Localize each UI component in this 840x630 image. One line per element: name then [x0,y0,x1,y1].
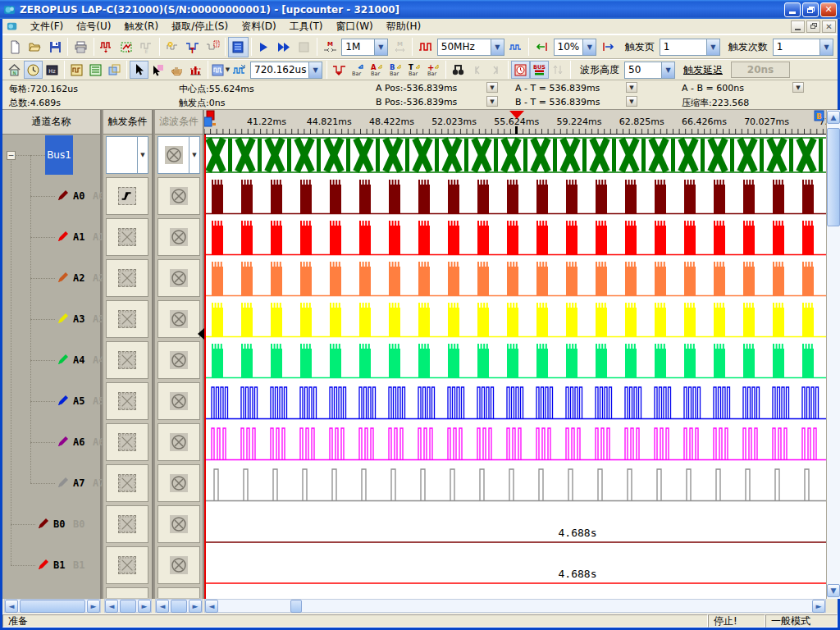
filter-cell-A1[interactable] [158,218,200,256]
bus1-selected[interactable]: Bus1 [45,135,73,175]
a-pos-dropdown[interactable]: ▼ [486,82,498,93]
filter-hscroll[interactable]: ◄ ► [155,599,203,613]
trigger-hscroll[interactable]: ◄ ► [104,599,152,613]
cursor-select-button[interactable] [148,61,167,79]
sampling-setup-button[interactable] [97,37,116,57]
bar-goto-button[interactable]: Bar [349,61,368,79]
trigger-count-select[interactable]: 1▼ [773,39,833,56]
sampling-clock-button[interactable] [24,61,43,79]
filter-cell-A3[interactable] [158,300,200,338]
open-file-button[interactable] [25,37,44,57]
trigger-cell-B0[interactable] [106,505,148,543]
waveform-canvas[interactable]: 4.688s4.688s [204,135,826,599]
find-button[interactable] [449,61,468,79]
bar-a-button[interactable]: ABar [368,61,386,79]
waveform-view-button[interactable] [67,61,86,79]
waveform-hscroll[interactable]: ◄ ► [204,599,826,613]
restore-button[interactable] [802,2,819,17]
external-clock-button[interactable] [506,37,526,57]
trigger-cell-A0[interactable] [106,177,148,215]
name-scroll-left-button[interactable]: ◄ [5,600,18,613]
menu-item-0[interactable]: 文件(F) [24,18,70,35]
trigger-position-select[interactable]: 10%▼ [554,39,597,56]
trigger-cell-A1[interactable] [106,218,148,256]
navigator-button[interactable] [105,61,124,79]
menu-item-4[interactable]: 资料(D) [235,18,283,35]
scroll-up-button[interactable]: ▲ [827,111,840,124]
trigger-scroll-left-button[interactable]: ◄ [105,600,118,613]
mdi-restore-button[interactable] [806,21,820,33]
bus-display-button[interactable]: BUS [530,61,549,79]
trigger-cell-B1[interactable] [106,546,148,584]
filter-cell-A4[interactable] [158,341,200,379]
bus1-trigger-combo[interactable]: ▼ [106,136,148,174]
menu-item-7[interactable]: 帮助(H) [380,18,427,35]
chevron-down-icon[interactable]: ▼ [706,39,719,55]
filter-cell-A0[interactable] [158,177,200,215]
menu-item-6[interactable]: 窗口(W) [329,18,379,35]
wave-mode-dropdown[interactable]: ▼ [211,61,230,79]
filter-cell-B1[interactable] [158,546,200,584]
save-file-button[interactable] [45,37,65,57]
filter-scroll-left-button[interactable]: ◄ [156,600,169,613]
trigger-scroll-right-button[interactable]: ► [138,600,151,613]
chevron-down-icon[interactable]: ▼ [661,62,674,78]
hand-tool-button[interactable] [167,61,186,79]
filter-cell-A6[interactable] [158,423,200,461]
trigger-cell-A3[interactable] [106,300,148,338]
channel-row-A5[interactable]: A5A5 [2,381,102,422]
vscroll-thumb[interactable] [827,128,840,226]
channel-row-Bus1[interactable]: −Bus1 [2,135,102,176]
name-scroll-right-button[interactable]: ► [87,600,100,613]
chevron-down-icon[interactable]: ▼ [308,62,322,78]
filter-cell-A5[interactable] [158,382,200,420]
channel-row-A3[interactable]: A3A3 [2,299,102,340]
sampling-view-button[interactable] [116,37,136,57]
trigger-width-button[interactable]: T [203,37,222,57]
menu-item-3[interactable]: 摄取/停止(S) [165,18,235,35]
channel-row-B0[interactable]: B0B0 [2,504,102,545]
menu-item-1[interactable]: 信号(U) [70,18,117,35]
channel-row-A1[interactable]: A1A1 [2,217,102,258]
run-single-button[interactable] [254,37,274,57]
chevron-down-icon[interactable]: ▼ [491,39,504,55]
waveform-vertical-scrollbar[interactable]: ▲ ▼ [826,110,840,599]
close-button[interactable]: ✕ [820,2,837,17]
wave-scroll-right-button[interactable]: ► [812,600,825,613]
filter-cell-B0[interactable] [158,505,200,543]
trigger-cell-A7[interactable] [106,464,148,502]
home-button[interactable]: N [5,61,24,79]
chevron-down-icon[interactable]: ▼ [374,39,387,55]
mdi-close-button[interactable]: ✕ [822,21,836,33]
waveform-area[interactable]: 41.22ms44.821ms48.422ms52.023ms55.624ms5… [204,110,826,599]
run-repeat-button[interactable] [274,37,294,57]
channel-row-A6[interactable]: A6A6 [2,422,102,463]
wave-hscroll-thumb[interactable] [290,600,302,613]
zoom-wave-button[interactable] [230,61,249,79]
filter-cell-A2[interactable] [158,259,200,297]
trigger-pos-pre-button[interactable] [532,37,551,57]
mdi-minimize-button[interactable] [791,21,805,33]
trigger-edge-button[interactable] [162,37,182,57]
wave-scroll-left-button[interactable]: ◄ [205,600,218,613]
trigger-cell-A5[interactable] [106,382,148,420]
trigger-page-select[interactable]: 1▼ [660,39,720,56]
channel-row-B1[interactable]: B1B1 [2,545,102,586]
bar-b-button[interactable]: BBar [386,61,405,79]
filter-scroll-right-button[interactable]: ► [189,600,202,613]
sample-rate-select[interactable]: 50MHz▼ [437,39,504,56]
trigger-cell-A2[interactable] [106,259,148,297]
filter-cell-A7[interactable] [158,464,200,502]
chevron-down-icon[interactable]: ▼ [819,39,833,55]
cursor-arrow-button[interactable] [130,61,148,79]
menu-item-2[interactable]: 触发(R) [117,18,165,35]
bus-property-button[interactable] [228,37,248,57]
menu-item-5[interactable]: 工具(T) [283,18,330,35]
channel-row-A7[interactable]: A7A7 [2,463,102,504]
frequency-meter-button[interactable]: Hz [43,61,62,79]
channel-row-A2[interactable]: A2A2 [2,258,102,299]
time-div-select[interactable]: 720.162us▼ [250,62,322,79]
scroll-down-button[interactable]: ▼ [827,584,840,597]
new-file-button[interactable] [5,37,25,57]
b-minus-t-dropdown[interactable]: ▼ [626,96,637,107]
